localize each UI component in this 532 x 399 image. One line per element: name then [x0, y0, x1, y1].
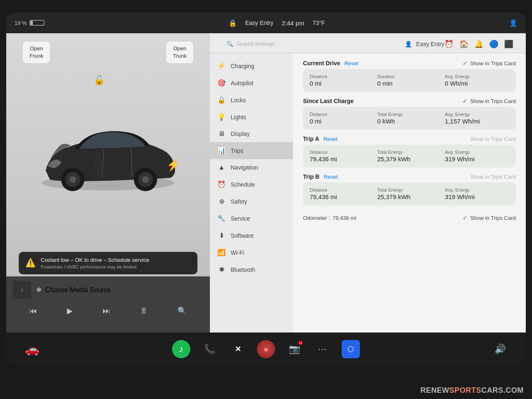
battery-indicator: 19 % — [15, 20, 44, 26]
taskbar-center: ♪ 📞 ✕ ● 📷 11 ··· ⬡ — [172, 340, 360, 358]
settings-nav: ⚡ Charging 🎯 Autopilot 🔒 Locks 💡 Lights — [210, 53, 293, 332]
play-pause-button[interactable]: ▶ — [64, 304, 75, 318]
sidebar-item-trips[interactable]: 📊 Trips — [210, 142, 293, 159]
bluetooth-label: Bluetooth — [231, 266, 255, 273]
sidebar-item-locks[interactable]: 🔒 Locks — [210, 91, 293, 108]
since-last-charge-title: Since Last Charge — [303, 98, 354, 104]
sidebar-item-schedule[interactable]: ⏰ Schedule — [210, 176, 293, 193]
odometer-check: ✓ — [463, 214, 468, 221]
since-last-charge-section: Since Last Charge ✓ Show in Trips Card D… — [303, 98, 516, 130]
sidebar-item-lights[interactable]: 💡 Lights — [210, 108, 293, 126]
current-drive-header: Current Drive Reset ✓ Show in Trips Card — [303, 60, 516, 66]
status-lock-icon: 🔒 — [229, 19, 237, 27]
sidebar-item-charging[interactable]: ⚡ Charging — [210, 57, 293, 74]
taskbar-right: 🔊 — [491, 340, 509, 358]
camera-button[interactable]: 📷 11 — [285, 340, 303, 358]
main-content: Open Frunk Open Trunk 🔓 — [6, 33, 526, 332]
total-energy-label-slc: Total Energy — [377, 112, 442, 117]
lights-label: Lights — [231, 114, 246, 121]
easy-entry-center: Easy Entry — [245, 20, 273, 26]
autopilot-icon: 🎯 — [217, 79, 226, 87]
sidebar-item-software[interactable]: ⬇ Software — [210, 227, 293, 244]
avg-energy-value-cd: 0 Wh/mi — [445, 80, 509, 87]
more-icon: ⬛ — [504, 39, 513, 49]
watermark-cars: CARS.COM — [481, 386, 524, 394]
open-frunk-button[interactable]: Open Frunk — [23, 42, 50, 63]
trip-b-title: Trip B — [303, 173, 320, 180]
current-drive-reset[interactable]: Reset — [344, 60, 358, 66]
current-drive-card: Distance 0 mi Duration 0 min Avg. Energy… — [303, 69, 516, 92]
settings-panel: 🔍 Search Settings 👤 Easy Entry ⏰ 🏠 🔔 🔵 ⬛ — [210, 33, 526, 332]
battery-bar — [30, 20, 44, 26]
search-media-button[interactable]: 🔍 — [175, 304, 189, 318]
trip-a-show-label: Show in Trips Card — [470, 136, 516, 142]
car-image: ⚡ — [19, 66, 197, 249]
search-icon: 🔍 — [227, 41, 233, 47]
voice-button[interactable]: ● — [257, 340, 275, 358]
distance-label-b: Distance — [310, 187, 374, 192]
status-center: 🔒 Easy Entry 2:44 pm 73°F — [229, 19, 325, 27]
sidebar-item-service[interactable]: 🔧 Service — [210, 210, 293, 227]
x-app-button[interactable]: ✕ — [229, 340, 247, 358]
prev-track-button[interactable]: ⏮ — [27, 304, 39, 318]
svg-point-3 — [69, 176, 76, 183]
settings-top-bar: 🔍 Search Settings 👤 Easy Entry ⏰ 🏠 🔔 🔵 ⬛ — [210, 33, 526, 53]
software-label: Software — [231, 232, 254, 239]
media-source-row: ♪ ✱ Choose Media Source — [6, 276, 210, 300]
trip-a-avg-energy: Avg. Energy 319 Wh/mi — [445, 150, 509, 163]
screen-bezel: 19 % 🔒 Easy Entry 2:44 pm 73°F 👤 Open Fr… — [6, 12, 526, 366]
distance-label-cd: Distance — [310, 74, 374, 79]
current-drive-title: Current Drive — [303, 60, 340, 66]
camera-notification: 11 — [298, 341, 303, 345]
watermark-sports: SPORTS — [449, 386, 481, 394]
trip-b-reset[interactable]: Reset — [324, 174, 338, 180]
avg-energy-value-a: 319 Wh/mi — [445, 155, 509, 163]
sidebar-item-display[interactable]: 🖥 Display — [210, 126, 293, 142]
profile-icon: 👤 — [405, 41, 412, 47]
current-drive-section: Current Drive Reset ✓ Show in Trips Card… — [303, 60, 516, 92]
trip-b-total-energy: Total Energy 25,379 kWh — [377, 187, 442, 200]
taskbar: 🚗 ♪ 📞 ✕ ● 📷 11 ··· ⬡ 🔊 — [6, 332, 526, 366]
service-label: Service — [231, 215, 250, 222]
equalizer-button[interactable]: 🎚 — [138, 304, 150, 318]
odometer-label: Odometer : — [303, 215, 330, 221]
display-label: Display — [231, 131, 250, 137]
home-icon: 🏠 — [459, 39, 468, 49]
profile-quick-icons: ⏰ 🏠 🔔 🔵 ⬛ — [444, 39, 513, 49]
current-drive-duration: Duration 0 min — [377, 74, 442, 87]
odometer-show-label: Show in Trips Card — [470, 215, 516, 221]
status-left: 19 % — [15, 20, 44, 26]
distance-value-cd: 0 mi — [310, 80, 374, 87]
car-actions: Open Frunk Open Trunk — [6, 42, 210, 63]
volume-button[interactable]: 🔊 — [491, 340, 509, 358]
spotify-button[interactable]: ♪ — [172, 340, 190, 358]
more-apps-button[interactable]: ··· — [313, 340, 332, 358]
trip-a-reset[interactable]: Reset — [323, 136, 337, 142]
charging-label: Charging — [231, 63, 254, 69]
phone-button[interactable]: 📞 — [200, 340, 219, 358]
watermark: RENEWSPORTSCARS.COM — [420, 386, 524, 395]
profile-bar: 👤 Easy Entry ⏰ 🏠 🔔 🔵 ⬛ — [401, 39, 517, 49]
status-person-icon: 👤 — [509, 19, 517, 27]
bluetooth-taskbar-button[interactable]: ⬡ — [342, 340, 360, 358]
sidebar-item-autopilot[interactable]: 🎯 Autopilot — [210, 74, 293, 91]
navigation-label: Navigation — [231, 164, 258, 171]
odometer-value: 79,436 mi — [332, 215, 356, 221]
left-panel: Open Frunk Open Trunk 🔓 — [6, 33, 210, 332]
media-player: ♪ ✱ Choose Media Source ⏮ ▶ ⏭ 🎚 🔍 — [6, 276, 210, 332]
sidebar-item-navigation[interactable]: ▲ Navigation — [210, 159, 293, 176]
car-home-button[interactable]: 🚗 — [23, 340, 41, 358]
distance-label-a: Distance — [310, 150, 374, 155]
locks-icon: 🔒 — [217, 96, 226, 104]
trip-b-show-label: Show in Trips Card — [470, 174, 516, 180]
since-last-charge-card: Distance 0 mi Total Energy 0 kWh Avg. En… — [303, 107, 516, 130]
open-trunk-button[interactable]: Open Trunk — [166, 42, 193, 63]
trip-b-card: Distance 79,436 mi Total Energy 25,379 k… — [303, 182, 516, 205]
alarm-icon: ⏰ — [444, 39, 453, 49]
sidebar-item-bluetooth[interactable]: ✱ Bluetooth — [210, 261, 293, 278]
next-track-button[interactable]: ⏭ — [100, 304, 113, 318]
distance-value-slc: 0 mi — [310, 118, 374, 125]
sidebar-item-wifi[interactable]: 📶 Wi-Fi — [210, 244, 293, 261]
since-avg-energy: Avg. Energy 1,157 Wh/mi — [445, 112, 509, 125]
sidebar-item-safety[interactable]: ⊕ Safety — [210, 193, 293, 210]
